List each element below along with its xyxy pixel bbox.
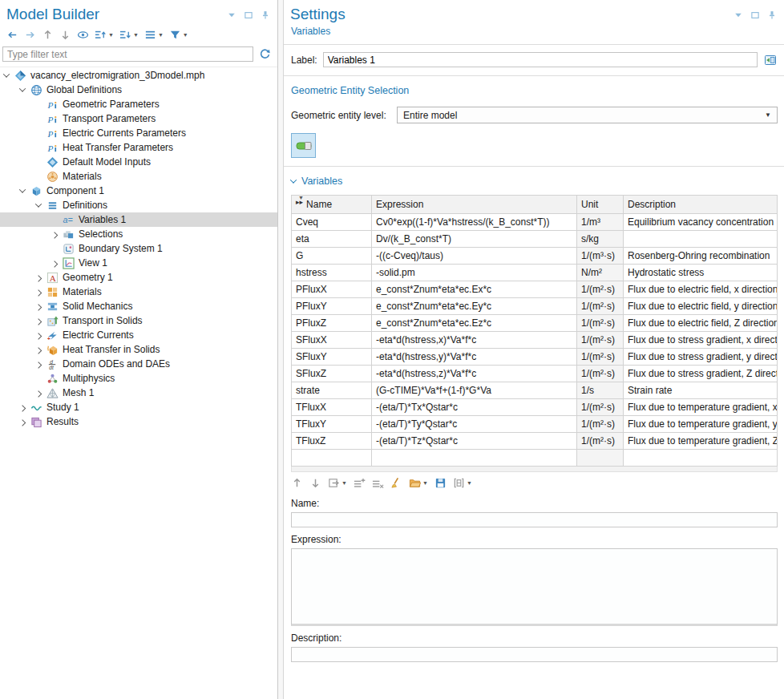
dropdown-caret-icon[interactable]: ▼ bbox=[183, 32, 188, 38]
column-header-name[interactable]: ▸▸▼Name bbox=[292, 196, 372, 214]
description-cell[interactable] bbox=[624, 450, 778, 467]
chevron-right-icon[interactable] bbox=[51, 232, 58, 238]
column-header-description[interactable]: Description bbox=[624, 196, 778, 214]
tree-item-geometry-1[interactable]: AGeometry 1 bbox=[0, 270, 277, 285]
name-cell[interactable]: eta bbox=[292, 231, 372, 248]
tree-item-heat-transfer-parameters[interactable]: PHeat Transfer Parameters bbox=[0, 140, 277, 155]
chevron-right-icon[interactable] bbox=[51, 261, 58, 267]
dropdown-caret-icon[interactable]: ▼ bbox=[422, 480, 428, 486]
refresh-button[interactable] bbox=[257, 47, 273, 61]
expression-input[interactable] bbox=[291, 548, 778, 626]
dropdown-caret-icon[interactable]: ▼ bbox=[133, 32, 139, 38]
expression-cell[interactable]: -((c-Cveq)/taus) bbox=[372, 248, 577, 265]
model-tree-node-text-button[interactable]: ▼ bbox=[143, 28, 165, 42]
expression-cell[interactable]: e_const*Znum*eta*ec.Ex*c bbox=[372, 281, 577, 298]
dropdown-caret-icon[interactable]: ▼ bbox=[158, 32, 164, 38]
tree-item-geometric-parameters[interactable]: PGeometric Parameters bbox=[0, 97, 277, 111]
expression-cell[interactable]: -eta*d(hstress,z)*Va*f*c bbox=[372, 366, 577, 382]
tree-item-domain-odes-and-daes[interactable]: ddtDomain ODEs and DAEs bbox=[0, 357, 277, 371]
expression-cell[interactable]: -solid.pm bbox=[372, 265, 577, 281]
name-cell[interactable]: PFluxX bbox=[292, 281, 372, 298]
column-header-unit[interactable]: Unit bbox=[577, 196, 624, 214]
chevron-right-icon[interactable] bbox=[35, 390, 42, 397]
chevron-right-icon[interactable] bbox=[19, 419, 26, 426]
table-scrollbar[interactable] bbox=[291, 467, 778, 472]
name-cell[interactable]: G bbox=[292, 248, 372, 265]
expression-cell[interactable]: -(eta/T)*Ty*Qstar*c bbox=[372, 416, 577, 433]
name-cell[interactable]: SFluxY bbox=[292, 349, 372, 366]
tree-item-transport-parameters[interactable]: PTransport Parameters bbox=[0, 111, 277, 126]
description-cell[interactable]: Flux due to electric field, Z direction bbox=[624, 315, 778, 332]
tree-item-selections[interactable]: Selections bbox=[0, 227, 277, 241]
description-input[interactable] bbox=[291, 647, 778, 662]
chevron-down-icon[interactable] bbox=[35, 200, 42, 207]
expression-cell[interactable] bbox=[372, 450, 577, 467]
dropdown-caret-icon[interactable]: ▼ bbox=[108, 32, 114, 38]
forward-button[interactable] bbox=[22, 28, 38, 42]
expand-all-button[interactable]: ▼ bbox=[93, 28, 115, 42]
unit-cell[interactable]: 1/(m²·s) bbox=[577, 298, 624, 315]
move-up-button[interactable] bbox=[289, 476, 305, 490]
name-cell[interactable]: PFluxY bbox=[292, 298, 372, 315]
move-down-button[interactable] bbox=[58, 28, 73, 42]
unit-cell[interactable]: N/m² bbox=[577, 265, 624, 281]
expression-cell[interactable]: (G-cTIME)*Va*f+(1-f)*G*Va bbox=[372, 382, 577, 399]
tree-item-multiphysics[interactable]: Multiphysics bbox=[0, 371, 277, 386]
unit-cell[interactable]: 1/m³ bbox=[577, 214, 624, 231]
expression-cell[interactable]: Cv0*exp((1-f)*Va*hstress/(k_B_const*T)) bbox=[372, 214, 577, 231]
add-row-button[interactable] bbox=[352, 476, 367, 490]
expression-cell[interactable]: -eta*d(hstress,y)*Va*f*c bbox=[372, 349, 577, 366]
expression-cell[interactable]: e_const*Znum*eta*ec.Ez*c bbox=[372, 315, 577, 332]
tree-item-electric-currents-parameters[interactable]: PElectric Currents Parameters bbox=[0, 126, 277, 140]
unit-cell[interactable]: 1/(m²·s) bbox=[577, 349, 624, 366]
clear-table-button[interactable] bbox=[389, 476, 404, 490]
load-from-file-button[interactable]: ▼ bbox=[407, 476, 430, 490]
unit-cell[interactable]: 1/(m²·s) bbox=[577, 399, 624, 416]
chevron-right-icon[interactable] bbox=[35, 289, 42, 296]
tree-item-materials[interactable]: Materials bbox=[0, 169, 277, 184]
unit-cell[interactable]: 1/(m²·s) bbox=[577, 366, 624, 382]
chevron-right-icon[interactable] bbox=[35, 333, 42, 339]
chevron-right-icon[interactable] bbox=[19, 405, 26, 411]
tree-item-view-1[interactable]: View 1 bbox=[0, 256, 277, 270]
label-input[interactable] bbox=[323, 52, 758, 67]
tree-item-boundary-system-1[interactable]: Boundary System 1 bbox=[0, 241, 277, 256]
name-cell[interactable] bbox=[292, 450, 372, 467]
tree-item-global-definitions[interactable]: Global Definitions bbox=[0, 83, 277, 97]
description-cell[interactable]: Flux due to stress gradient, x direction bbox=[624, 332, 778, 349]
name-cell[interactable]: strate bbox=[292, 382, 372, 399]
unit-cell[interactable]: 1/(m³·s) bbox=[577, 248, 624, 265]
tree-item-results[interactable]: Results bbox=[0, 414, 277, 429]
float-window-button[interactable] bbox=[750, 10, 761, 21]
tree-item-study-1[interactable]: Study 1 bbox=[0, 400, 277, 414]
dropdown-caret-icon[interactable]: ▼ bbox=[467, 480, 472, 486]
move-up-button[interactable] bbox=[40, 28, 55, 42]
chevron-right-icon[interactable] bbox=[35, 362, 42, 368]
name-cell[interactable]: PFluxZ bbox=[292, 315, 372, 332]
chevron-down-icon[interactable] bbox=[19, 186, 26, 192]
pin-button[interactable] bbox=[260, 10, 271, 21]
tree-item-transport-in-solids[interactable]: Transport in Solids bbox=[0, 313, 277, 328]
panel-menu-button[interactable] bbox=[226, 10, 237, 21]
chevron-down-icon[interactable] bbox=[3, 71, 10, 77]
expression-cell[interactable]: Dv/(k_B_const*T) bbox=[372, 231, 577, 248]
description-cell[interactable]: Flux due to electric field, y direction bbox=[624, 298, 778, 315]
chevron-right-icon[interactable] bbox=[35, 318, 42, 325]
back-button[interactable] bbox=[5, 28, 20, 42]
dropdown-caret-icon[interactable]: ▼ bbox=[341, 480, 347, 486]
name-cell[interactable]: TFluxZ bbox=[292, 433, 372, 450]
name-cell[interactable]: SFluxX bbox=[292, 332, 372, 349]
tree-item-heat-transfer-in-solids[interactable]: Heat Transfer in Solids bbox=[0, 342, 277, 357]
tree-item-vacancy-electromigration-3dmodel-mph[interactable]: vacancy_electromigration_3Dmodel.mph bbox=[0, 68, 277, 83]
description-cell[interactable]: Flux due to temperature gradient, x dire… bbox=[624, 399, 778, 416]
chevron-right-icon[interactable] bbox=[35, 275, 42, 281]
expression-cell[interactable]: -(eta/T)*Tx*Qstar*c bbox=[372, 399, 577, 416]
filter-button[interactable]: ▼ bbox=[168, 28, 190, 42]
tree-item-component-1[interactable]: Component 1 bbox=[0, 184, 277, 198]
tree-item-solid-mechanics[interactable]: Solid Mechanics bbox=[0, 299, 277, 313]
geometric-entity-level-select[interactable]: Entire model ▼ bbox=[397, 107, 778, 123]
expression-cell[interactable]: -(eta/T)*Tz*Qstar*c bbox=[372, 433, 577, 450]
description-cell[interactable]: Flux due to temperature gradient, Z dire… bbox=[624, 433, 778, 450]
tree-item-mesh-1[interactable]: Mesh 1 bbox=[0, 386, 277, 400]
unit-cell[interactable] bbox=[577, 450, 624, 467]
